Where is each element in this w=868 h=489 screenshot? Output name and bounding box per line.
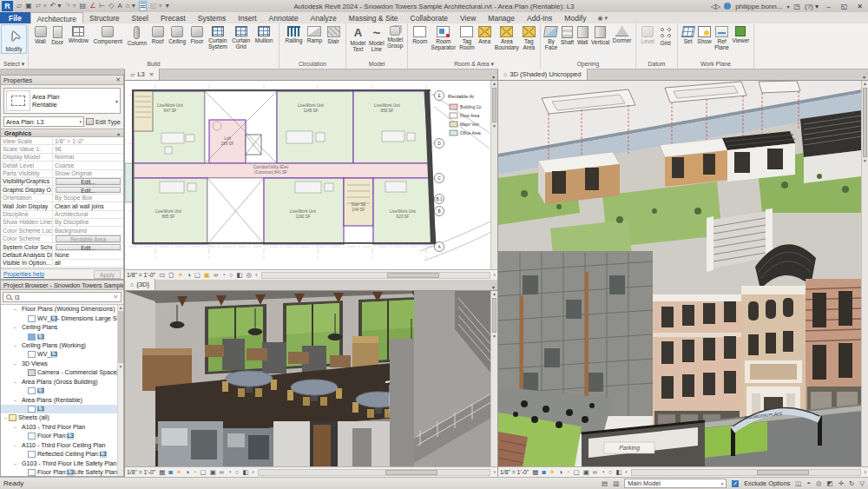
ribbon-button[interactable]: Component <box>93 24 122 44</box>
close-icon[interactable]: ✕ <box>115 76 121 83</box>
crop-region-icon[interactable]: ▣ <box>210 468 216 477</box>
type-selector[interactable]: Area PlanRentable ▾ <box>3 88 121 114</box>
worksharing-icon[interactable]: ◧ <box>242 468 248 477</box>
ribbon-tab[interactable]: Steel <box>126 12 155 23</box>
sun-icon[interactable]: ☀ <box>549 468 556 477</box>
crop-region-icon[interactable]: ▣ <box>583 468 589 477</box>
scrollbar-vertical[interactable]: ▲▼ <box>490 291 497 466</box>
open-icon[interactable]: ▱ <box>16 2 22 10</box>
tree-item[interactable]: − G103 - Third Floor Life Safety Plan <box>1 459 123 467</box>
property-row[interactable]: Color Scheme Rentable Area <box>1 235 123 243</box>
scrollbar-horizontal[interactable] <box>258 469 490 476</box>
editable-icon[interactable]: ▥ <box>613 479 619 488</box>
scrollbar-vertical[interactable]: ▲▼ <box>490 81 497 269</box>
modify-extra-icon[interactable]: ◉ ▾ <box>597 15 608 23</box>
select-underlay-icon[interactable]: ◓ <box>806 479 811 488</box>
ribbon-tab[interactable]: Massing & Site <box>343 12 404 23</box>
edit-type-button[interactable]: Edit Type <box>86 118 121 125</box>
ribbon-tab[interactable]: Structure <box>83 12 126 23</box>
design-option-select[interactable]: Main Model▾ <box>624 479 727 488</box>
ribbon-tab[interactable]: Analyze <box>305 12 343 23</box>
ribbon-tab[interactable]: View <box>454 12 482 23</box>
interior-3d-canvas[interactable] <box>125 291 491 466</box>
measure-icon[interactable]: ∠ <box>89 2 95 10</box>
reveal-icon[interactable]: ○ <box>608 468 613 477</box>
ribbon-button[interactable]: Column <box>128 24 147 46</box>
ribbon-button[interactable]: Model Line <box>369 24 385 52</box>
ribbon-button[interactable]: Level <box>641 24 654 44</box>
chevron-down-icon[interactable]: ▾ <box>786 3 789 10</box>
expand-icon[interactable]: − <box>12 443 18 448</box>
worksharing-icon[interactable]: ◧ <box>615 468 621 477</box>
worksets-icon[interactable]: ▤ <box>602 479 608 488</box>
tree-item[interactable]: − Area Plans (Rentable) <box>1 395 123 404</box>
reveal-icon[interactable]: ○ <box>229 271 233 280</box>
constraint-icon[interactable]: ◎ <box>246 271 252 280</box>
user-name[interactable]: philippe.bonn... <box>735 3 782 10</box>
property-row[interactable]: Detail Level Coarse <box>1 162 123 169</box>
ribbon-panel-label[interactable]: Build <box>29 60 279 69</box>
expand-icon[interactable]: − <box>12 398 18 403</box>
print-icon[interactable]: ▤ <box>80 2 87 10</box>
crop-icon[interactable]: ▢ <box>194 271 201 280</box>
ribbon-button[interactable]: Room <box>412 24 427 44</box>
scale-control[interactable]: 1/8" = 1'-0" <box>127 469 155 475</box>
redo-icon[interactable]: ↷ ▾ <box>65 2 76 10</box>
ribbon-button[interactable]: Ceiling <box>168 24 186 44</box>
restore-button[interactable]: ◱ <box>838 3 850 10</box>
sun-icon[interactable]: ☀ <box>176 468 182 477</box>
temp-hide-icon[interactable]: ◔ <box>227 468 232 477</box>
revit-logo-icon[interactable]: R <box>2 1 13 11</box>
scale-control[interactable]: 1/8" = 1'-0" <box>127 272 155 278</box>
filter-icon[interactable]: ▽ <box>859 479 865 488</box>
ribbon-button[interactable]: Railing <box>285 24 302 43</box>
tab-options-icon[interactable]: ▾ <box>863 74 868 80</box>
close-icon[interactable]: ✕ <box>149 71 154 78</box>
property-row[interactable]: Orientation By Scope Box <box>1 195 123 202</box>
tree-item[interactable]: − Area Plans (Gross Building) <box>1 378 123 387</box>
drag-on-selection-icon[interactable]: ✛ <box>838 479 844 488</box>
graphics-section-header[interactable]: Graphics▴ <box>1 129 123 137</box>
sync-icon[interactable]: ⇄ ▾ <box>36 2 47 10</box>
property-row[interactable]: Discipline Architectural <box>1 211 123 219</box>
tree-item[interactable]: L3 <box>1 405 123 413</box>
tree-item[interactable]: Floor Plan: L3 <box>1 432 123 440</box>
scrollbar-horizontal[interactable] <box>261 272 490 279</box>
exclude-options-checkbox[interactable]: ✓ <box>732 480 739 487</box>
ribbon-button[interactable]: Tag Area <box>523 24 536 50</box>
section-icon[interactable]: ☰ <box>139 1 147 11</box>
ribbon-button[interactable]: Ramp <box>307 24 322 43</box>
ribbon-button[interactable]: Vertical <box>591 24 609 45</box>
ribbon-tab[interactable]: Precast <box>155 12 192 23</box>
property-row[interactable]: View Scale 1/8" = 1'-0" <box>1 137 123 145</box>
ribbon-panel-label[interactable]: Room & Area ▾ <box>408 60 540 69</box>
tree-item[interactable]: Reflected Ceiling Plan: L3 <box>1 450 123 459</box>
close-button[interactable]: ✕ <box>854 3 865 10</box>
visual-style-icon[interactable]: ◙ <box>542 468 546 477</box>
property-row[interactable]: System Color Sche... Edit... <box>1 243 123 251</box>
property-row[interactable]: Default Analysis Di... None <box>1 251 123 259</box>
tree-item[interactable]: − Floor Plans (Working Dimensions) <box>1 305 123 314</box>
user-icon[interactable] <box>724 3 731 10</box>
tree-item[interactable]: − A110 - Third Floor Ceiling Plan <box>1 441 123 450</box>
tree-item[interactable]: WV_L3 <box>1 350 123 359</box>
worksharing-icon[interactable]: ◧ <box>236 271 242 280</box>
ribbon-button[interactable]: Area <box>478 24 491 44</box>
search-icon[interactable]: ◁▷ <box>711 3 720 10</box>
ribbon-panel-label[interactable]: Select ▾ <box>0 60 28 69</box>
tree-item[interactable]: WV_L3 - Dimensions Large Scale <box>1 314 123 322</box>
ribbon-tab[interactable]: Systems <box>192 12 233 23</box>
scroll-left-icon[interactable]: ‹ <box>255 271 258 280</box>
annotation-crop-icon[interactable]: ∞ <box>593 468 597 477</box>
tree-item[interactable]: − Ceiling Plans (Working) <box>1 341 123 350</box>
property-row[interactable]: Parts Visibility Show Original <box>1 170 123 178</box>
ribbon-button[interactable]: Mullion <box>255 24 273 43</box>
ribbon-panel-label[interactable]: Opening <box>541 60 635 69</box>
select-pinned-icon[interactable]: ◎ <box>816 479 822 488</box>
ribbon-tab[interactable]: File <box>0 12 30 23</box>
tree-item[interactable]: − Ceiling Plans <box>1 323 123 332</box>
ribbon-button[interactable]: Door <box>51 24 63 45</box>
qat-more-icon[interactable]: ▾ <box>166 2 169 10</box>
scale-icon[interactable]: ▦ <box>159 468 165 477</box>
browser-search-input[interactable]: l3 ✕ <box>3 292 122 302</box>
